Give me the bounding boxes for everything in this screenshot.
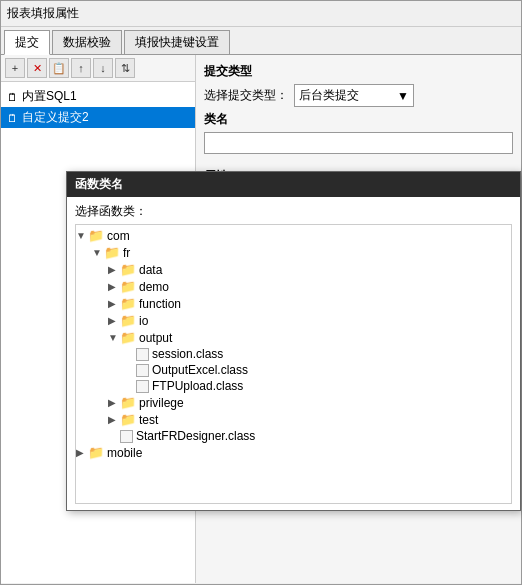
tree-label: io — [139, 314, 148, 328]
window-title: 报表填报属性 — [7, 6, 79, 20]
tree-label: OutputExcel.class — [152, 363, 248, 377]
tree-label: session.class — [152, 347, 223, 361]
function-dialog: 函数类名 选择函数类： ▼📁com▼📁fr▶📁data▶📁demo▶📁funct… — [66, 171, 521, 511]
tree-node-data[interactable]: ▶📁data — [76, 261, 511, 278]
select-function-label: 选择函数类： — [75, 203, 512, 220]
file-icon — [136, 364, 149, 377]
expand-icon: ▼ — [76, 230, 88, 241]
folder-icon: 📁 — [120, 296, 136, 311]
main-window: 报表填报属性 提交 数据校验 填报快捷键设置 + ✕ 📋 ↑ ↓ ⇅ — [0, 0, 522, 585]
expand-icon: ▶ — [108, 414, 120, 425]
sort-button[interactable]: ⇅ — [115, 58, 135, 78]
expand-icon: ▶ — [108, 315, 120, 326]
expand-icon: ▶ — [108, 264, 120, 275]
folder-icon: 📁 — [120, 262, 136, 277]
tree-node-fr[interactable]: ▼📁fr — [76, 244, 511, 261]
move-down-button[interactable]: ↓ — [93, 58, 113, 78]
folder-icon: 📁 — [120, 412, 136, 427]
select-type-label: 选择提交类型： — [204, 87, 288, 104]
submit-type-combo[interactable]: 后台类提交 ▼ — [294, 84, 414, 107]
tree-node-io[interactable]: ▶📁io — [76, 312, 511, 329]
tree-label: mobile — [107, 446, 142, 460]
tree-node-FTPUpload-class[interactable]: FTPUpload.class — [76, 378, 511, 394]
tab-submit[interactable]: 提交 — [4, 30, 50, 55]
expand-icon: ▼ — [108, 332, 120, 343]
tree-node-OutputExcel-class[interactable]: OutputExcel.class — [76, 362, 511, 378]
tree-node-test[interactable]: ▶📁test — [76, 411, 511, 428]
tree-label: data — [139, 263, 162, 277]
dialog-content: 选择函数类： ▼📁com▼📁fr▶📁data▶📁demo▶📁function▶📁… — [67, 197, 520, 510]
submit-type-label: 提交类型 — [204, 63, 513, 80]
function-tree[interactable]: ▼📁com▼📁fr▶📁data▶📁demo▶📁function▶📁io▼📁out… — [75, 224, 512, 504]
tree-node-privilege[interactable]: ▶📁privilege — [76, 394, 511, 411]
tree-node-com[interactable]: ▼📁com — [76, 227, 511, 244]
submit-type-row: 选择提交类型： 后台类提交 ▼ — [204, 84, 513, 107]
tree-label: demo — [139, 280, 169, 294]
expand-icon: ▶ — [108, 281, 120, 292]
class-name-input[interactable] — [204, 132, 513, 154]
combo-arrow-icon: ▼ — [397, 89, 409, 103]
expand-icon: ▶ — [76, 447, 88, 458]
tree-node-demo[interactable]: ▶📁demo — [76, 278, 511, 295]
tree-node-mobile[interactable]: ▶📁mobile — [76, 444, 511, 461]
folder-icon: 📁 — [104, 245, 120, 260]
tree-label: fr — [123, 246, 130, 260]
expand-icon: ▶ — [108, 397, 120, 408]
tree-node-session-class[interactable]: session.class — [76, 346, 511, 362]
file-icon — [136, 348, 149, 361]
copy-button[interactable]: 📋 — [49, 58, 69, 78]
tree-label: FTPUpload.class — [152, 379, 243, 393]
tree-node-function[interactable]: ▶📁function — [76, 295, 511, 312]
tree-label: privilege — [139, 396, 184, 410]
custom-submit2-icon: 🗒 — [7, 112, 18, 124]
tree-node-StartFRDesigner-class[interactable]: StartFRDesigner.class — [76, 428, 511, 444]
dialog-title: 函数类名 — [67, 172, 520, 197]
expand-icon: ▼ — [92, 247, 104, 258]
move-up-button[interactable]: ↑ — [71, 58, 91, 78]
toolbar: + ✕ 📋 ↑ ↓ ⇅ — [1, 55, 195, 82]
folder-icon: 📁 — [120, 330, 136, 345]
tab-bar: 提交 数据校验 填报快捷键设置 — [1, 27, 521, 55]
class-name-label: 类名 — [204, 111, 513, 128]
folder-icon: 📁 — [88, 228, 104, 243]
tab-validate[interactable]: 数据校验 — [52, 30, 122, 54]
tree-label: com — [107, 229, 130, 243]
add-button[interactable]: + — [5, 58, 25, 78]
file-icon — [136, 380, 149, 393]
title-bar: 报表填报属性 — [1, 1, 521, 27]
tree-label: StartFRDesigner.class — [136, 429, 255, 443]
tree-item-inner-sql1[interactable]: 🗒 内置SQL1 — [1, 86, 195, 107]
file-icon — [120, 430, 133, 443]
folder-icon: 📁 — [120, 279, 136, 294]
tree-label: function — [139, 297, 181, 311]
inner-sql1-icon: 🗒 — [7, 91, 18, 103]
tab-shortcut[interactable]: 填报快捷键设置 — [124, 30, 230, 54]
folder-icon: 📁 — [120, 313, 136, 328]
tree-label: output — [139, 331, 172, 345]
tree-item-custom-submit2[interactable]: 🗒 自定义提交2 — [1, 107, 195, 128]
tree-label: test — [139, 413, 158, 427]
tree-node-output[interactable]: ▼📁output — [76, 329, 511, 346]
expand-icon: ▶ — [108, 298, 120, 309]
submit-type-group: 提交类型 选择提交类型： 后台类提交 ▼ 类名 — [204, 63, 513, 154]
folder-icon: 📁 — [120, 395, 136, 410]
folder-icon: 📁 — [88, 445, 104, 460]
delete-button[interactable]: ✕ — [27, 58, 47, 78]
